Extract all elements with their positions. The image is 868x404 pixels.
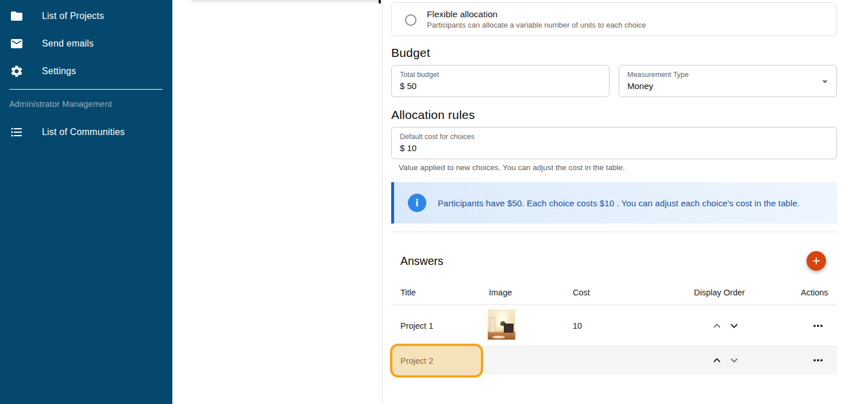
- radio-button[interactable]: [405, 14, 416, 26]
- answers-table-header: Title Image Cost Display Order Actions: [391, 286, 837, 305]
- table-row: Project 2: [391, 347, 837, 375]
- sidebar-item-label: List of Communities: [42, 127, 125, 137]
- sidebar-item-label: Settings: [42, 66, 76, 76]
- column-header-title: Title: [400, 288, 416, 297]
- measurement-type-select[interactable]: Measurement Type Money: [619, 65, 837, 97]
- sidebar-item-list-of-communities[interactable]: List of Communities: [0, 118, 172, 146]
- secondary-panel: [172, 0, 383, 404]
- measurement-type-label: Measurement Type: [627, 71, 828, 79]
- sidebar-item-send-emails[interactable]: Send emails: [0, 30, 172, 57]
- answer-image-thumbnail[interactable]: [488, 309, 515, 340]
- default-cost-value: 10: [407, 143, 417, 153]
- measurement-type-value: Money: [627, 80, 828, 92]
- table-row: Project 1 10: [391, 305, 837, 347]
- row-actions-menu-icon[interactable]: [811, 353, 825, 367]
- total-budget-value: 50: [407, 81, 417, 91]
- info-alert-text: Participants have $50. Each choice costs…: [438, 182, 828, 224]
- currency-prefix: $: [400, 81, 404, 91]
- section-divider: [391, 232, 837, 232]
- column-header-image: Image: [489, 288, 512, 297]
- move-up-icon[interactable]: [710, 319, 724, 333]
- flexible-allocation-option[interactable]: Flexible allocation Participants can all…: [391, 2, 837, 36]
- row-actions-menu-icon[interactable]: [811, 319, 825, 333]
- default-cost-field[interactable]: Default cost for choices $ 10: [391, 127, 837, 159]
- list-icon: [10, 125, 24, 139]
- column-header-cost: Cost: [573, 288, 590, 297]
- move-down-icon[interactable]: [727, 353, 741, 367]
- text-cursor: [379, 0, 381, 3]
- folder-icon: [10, 9, 24, 23]
- currency-prefix: $: [400, 143, 404, 153]
- default-cost-helper: Value applied to new choices. You can ad…: [399, 163, 625, 172]
- answer-title: Project 1: [400, 305, 433, 346]
- move-down-icon[interactable]: [727, 319, 741, 333]
- sidebar-item-list-of-projects[interactable]: List of Projects: [0, 2, 172, 30]
- option-title: Flexible allocation: [427, 8, 646, 20]
- mail-icon: [10, 37, 24, 51]
- column-header-display-order: Display Order: [694, 288, 745, 297]
- sidebar-item-label: Send emails: [42, 39, 94, 49]
- sidebar: List of Projects Send emails Settings Ad…: [0, 0, 172, 404]
- main-content: Flexible allocation Participants can all…: [391, 0, 837, 404]
- info-alert: i Participants have $50. Each choice cos…: [391, 182, 837, 224]
- gear-icon: [10, 64, 24, 78]
- move-up-icon[interactable]: [710, 353, 724, 367]
- answer-cost: 10: [573, 305, 582, 346]
- budget-heading: Budget: [391, 46, 430, 60]
- total-budget-field[interactable]: Total budget $ 50: [391, 65, 609, 97]
- dropdown-arrow-icon[interactable]: [818, 75, 832, 89]
- sidebar-section-label: Administrator Management: [9, 99, 112, 109]
- sidebar-item-label: List of Projects: [42, 11, 104, 21]
- total-budget-label: Total budget: [400, 71, 601, 79]
- allocation-rules-heading: Allocation rules: [391, 108, 475, 122]
- sidebar-item-settings[interactable]: Settings: [0, 57, 172, 85]
- option-description: Participants can allocate a variable num…: [427, 20, 646, 30]
- answer-title: Project 2: [400, 347, 433, 375]
- info-icon: i: [408, 194, 426, 212]
- column-header-actions: Actions: [801, 288, 828, 297]
- sidebar-divider: [9, 89, 163, 90]
- add-answer-button[interactable]: +: [807, 251, 826, 271]
- answers-heading: Answers: [400, 255, 443, 268]
- default-cost-label: Default cost for choices: [400, 133, 828, 141]
- cutoff-list-item: [191, 0, 381, 2]
